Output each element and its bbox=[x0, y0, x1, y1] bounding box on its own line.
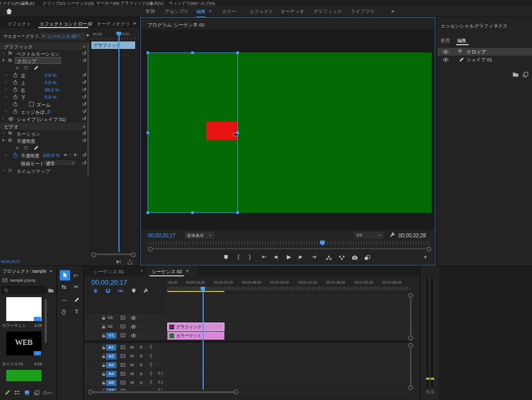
icon-view-icon[interactable] bbox=[24, 390, 30, 396]
export-frame-icon[interactable] bbox=[127, 259, 133, 265]
track-row-a1[interactable]: A1 M S bbox=[85, 343, 166, 352]
ellipse-mask-icon[interactable]: ○ bbox=[16, 65, 19, 71]
reset-icon[interactable]: ↺ bbox=[82, 109, 86, 114]
solo-button[interactable]: S bbox=[140, 345, 142, 350]
track-name[interactable]: V1 bbox=[106, 332, 116, 339]
stopwatch-icon[interactable] bbox=[12, 109, 18, 114]
track-name[interactable]: A4 bbox=[106, 371, 116, 377]
track-row-a4[interactable]: A4 M S 5.1 bbox=[85, 370, 166, 378]
stopwatch-icon[interactable] bbox=[12, 94, 18, 100]
row-crop-feather[interactable]: › エッジをぼ... 0 ↺ bbox=[0, 108, 89, 115]
tool-ripple-edit[interactable]: ⇆ bbox=[61, 284, 66, 290]
lock-icon[interactable] bbox=[101, 315, 107, 321]
project-item-thumb[interactable]: WEB ⋯ bbox=[6, 331, 42, 355]
audio-meters[interactable]: S S bbox=[419, 266, 439, 400]
clip-graphic[interactable]: fx グラフィック bbox=[167, 323, 224, 331]
timeline-menu-icon[interactable]: ≡ bbox=[186, 268, 189, 274]
stopwatch-icon[interactable] bbox=[12, 87, 18, 92]
stopwatch-icon[interactable] bbox=[12, 72, 18, 78]
row-crop-zoom[interactable]: ズーム ↺ bbox=[0, 101, 89, 108]
blend-mode-dropdown[interactable]: 通常 ∨ bbox=[43, 159, 77, 166]
play-in-out-icon[interactable] bbox=[115, 259, 122, 265]
row-crop-bottom[interactable]: › 下 0.0 % ↺ bbox=[0, 94, 89, 101]
resolution-dropdown[interactable]: 1/2 ∨ bbox=[354, 232, 384, 239]
step-back-icon[interactable]: ◀| bbox=[274, 255, 278, 259]
new-layer-icon[interactable] bbox=[522, 71, 529, 78]
eye-icon[interactable] bbox=[8, 116, 14, 122]
settings-wrench-icon[interactable] bbox=[389, 232, 395, 238]
reset-icon[interactable]: ↺ bbox=[82, 130, 86, 136]
sync-lock-icon[interactable] bbox=[120, 380, 126, 385]
sync-lock-icon[interactable] bbox=[120, 324, 126, 329]
track-name[interactable]: A1 bbox=[106, 344, 116, 351]
lock-icon[interactable] bbox=[101, 324, 107, 329]
program-viewer[interactable]: ◀▶ bbox=[141, 30, 434, 230]
meter-solo-right[interactable]: S bbox=[430, 390, 435, 394]
ec-mini-timeline[interactable]: ;00;00 00;00; グラフィック bbox=[90, 29, 138, 252]
stopwatch-icon[interactable] bbox=[12, 79, 18, 85]
comparison-view-icon[interactable] bbox=[364, 255, 370, 261]
crop-handle-bottom-right[interactable] bbox=[236, 211, 239, 214]
row-shape-01[interactable]: › シェイプ (シェイプ 01) ↺ bbox=[0, 115, 89, 123]
tab-sequence-01[interactable]: シーケンス 01 bbox=[94, 269, 124, 275]
reset-icon[interactable]: ↺ bbox=[82, 138, 86, 143]
import-bin-icon[interactable] bbox=[48, 287, 54, 294]
tab-sequence-02[interactable]: シーケンス 02 ≡ bbox=[147, 266, 198, 276]
eye-icon[interactable] bbox=[130, 315, 137, 321]
project-item-name[interactable]: タイトル 01 bbox=[2, 362, 23, 367]
mute-button[interactable]: M bbox=[130, 380, 134, 385]
step-forward-icon[interactable]: |▶ bbox=[298, 255, 302, 259]
tool-razor[interactable]: ✂ bbox=[74, 284, 78, 290]
mark-out-icon[interactable]: } bbox=[249, 254, 251, 260]
mic-icon[interactable] bbox=[148, 353, 154, 359]
solo-button[interactable]: S bbox=[140, 371, 142, 376]
lift-icon[interactable] bbox=[326, 255, 332, 261]
button-editor-add-icon[interactable]: + bbox=[423, 254, 427, 261]
workspace-tab-libraries[interactable]: ライブラリ bbox=[351, 8, 375, 15]
track-row-v1[interactable]: V1 bbox=[85, 331, 166, 340]
crop-selection-box[interactable] bbox=[148, 52, 238, 213]
timeline-h-scrollbar[interactable] bbox=[88, 390, 410, 395]
stopwatch-icon[interactable] bbox=[12, 101, 18, 107]
ec-zoom-scrollbar[interactable] bbox=[91, 252, 135, 256]
sync-lock-icon[interactable] bbox=[120, 362, 126, 368]
workspace-tab-assembly[interactable]: アセンブリ bbox=[165, 8, 189, 15]
sync-lock-icon[interactable] bbox=[120, 315, 126, 321]
home-icon[interactable] bbox=[5, 7, 13, 15]
mark-in-icon[interactable]: { bbox=[237, 254, 240, 260]
ellipse-mask-icon[interactable]: ○ bbox=[16, 145, 19, 151]
workspace-tab-graphics[interactable]: グラフィック bbox=[313, 8, 342, 15]
work-area-bar[interactable] bbox=[167, 291, 224, 292]
edit-pencil-icon[interactable] bbox=[4, 389, 11, 396]
row-crop-left[interactable]: › 左 0.0 % ↺ bbox=[0, 72, 89, 79]
snap-magnet-icon[interactable] bbox=[105, 288, 111, 294]
row-crop-top[interactable]: › 上 0.0 % ↺ bbox=[0, 79, 89, 86]
tab-audio-clip-mixer[interactable]: オーディオクリ bbox=[97, 21, 130, 28]
zoom-checkbox[interactable] bbox=[29, 102, 34, 106]
row-blend-mode[interactable]: 描画モード 通常 ∨ ↺ bbox=[0, 159, 89, 167]
play-button-icon[interactable]: ▶ bbox=[287, 254, 291, 260]
prev-keyframe-icon[interactable]: ◀ bbox=[63, 153, 66, 157]
track-row-a2[interactable]: A2 M S bbox=[85, 352, 166, 361]
clip-colormatte[interactable]: カラーマット bbox=[167, 331, 224, 340]
eye-icon[interactable] bbox=[130, 324, 137, 330]
program-timecode[interactable]: 00;00;20;17 bbox=[148, 233, 176, 238]
eg-tab-browse[interactable]: 参照 bbox=[441, 37, 450, 44]
panel-menu-icon[interactable]: ≡ bbox=[90, 20, 93, 26]
collapse-icon[interactable]: ▴ bbox=[83, 124, 85, 128]
workspace-tab-color[interactable]: カラー bbox=[222, 8, 236, 15]
list-view-icon[interactable] bbox=[14, 390, 20, 396]
sync-lock-icon[interactable] bbox=[120, 371, 126, 377]
meter-solo-left[interactable]: S bbox=[425, 390, 430, 394]
workspace-tab-audio[interactable]: オーディオ bbox=[281, 8, 304, 15]
mute-button[interactable]: M bbox=[130, 354, 134, 358]
sequence-clip-dropdown[interactable]: ∨ シーケンス 02 * bbox=[41, 33, 85, 39]
project-title[interactable]: プロジェクト: sample bbox=[3, 269, 46, 275]
reset-icon[interactable]: ↺ bbox=[82, 50, 86, 56]
sync-lock-icon[interactable] bbox=[120, 353, 126, 359]
reset-icon[interactable]: ↺ bbox=[82, 79, 86, 85]
opacity-value[interactable]: 100.0 % bbox=[43, 153, 60, 158]
track-row-v3[interactable]: V3 bbox=[85, 314, 166, 322]
row-vector-motion[interactable]: › fx ベクトルモーション ↺ bbox=[0, 50, 89, 57]
eg-tab-edit[interactable]: 編集 bbox=[457, 37, 467, 44]
